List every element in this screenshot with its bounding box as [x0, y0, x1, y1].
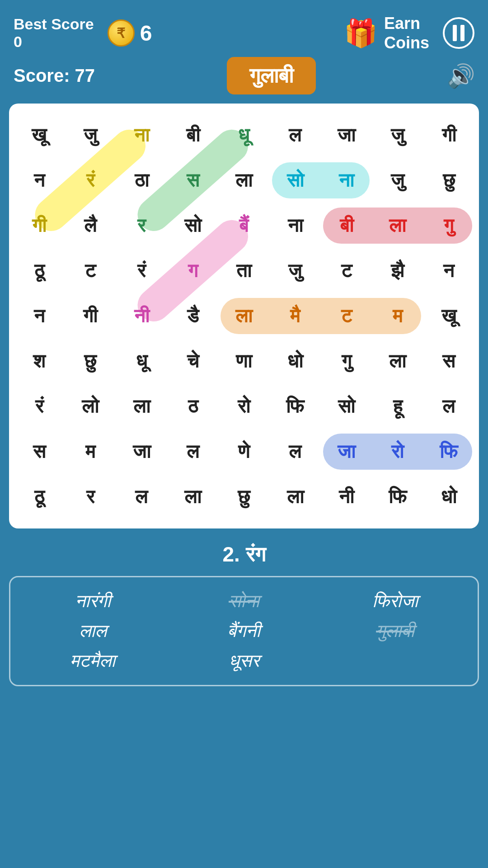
- table-row[interactable]: छु: [65, 339, 116, 384]
- table-row[interactable]: र: [116, 203, 167, 248]
- table-row[interactable]: ला: [372, 203, 423, 248]
- table-row[interactable]: रं: [65, 158, 116, 203]
- table-row[interactable]: ठू: [14, 248, 65, 293]
- best-score-value: 0: [14, 33, 22, 51]
- list-item[interactable]: धूसर: [171, 651, 318, 671]
- table-row[interactable]: जु: [270, 248, 321, 293]
- table-row[interactable]: ना: [270, 203, 321, 248]
- score-row: Score: 77 गुलाबी 🔊: [0, 57, 488, 104]
- table-row[interactable]: गु: [423, 203, 474, 248]
- table-row[interactable]: सो: [167, 203, 218, 248]
- table-row[interactable]: जा: [321, 429, 372, 474]
- grid: खूजुनाबीधूलजाजुगीनरंठासलासोनाजुछुगीलैरसो…: [14, 113, 474, 519]
- table-row[interactable]: म: [372, 293, 423, 339]
- table-row[interactable]: रं: [116, 248, 167, 293]
- table-row[interactable]: फि: [372, 474, 423, 519]
- table-row[interactable]: ल: [167, 429, 218, 474]
- table-row[interactable]: ठ: [167, 384, 218, 429]
- table-row[interactable]: ठू: [14, 474, 65, 519]
- table-row[interactable]: ल: [270, 113, 321, 158]
- table-row[interactable]: गी: [423, 113, 474, 158]
- table-row[interactable]: गी: [14, 203, 65, 248]
- table-row[interactable]: झै: [372, 248, 423, 293]
- table-row[interactable]: ट: [321, 293, 372, 339]
- earn-coins-button[interactable]: 🎁 EarnCoins: [344, 14, 429, 52]
- table-row[interactable]: रं: [14, 384, 65, 429]
- table-row[interactable]: बी: [167, 113, 218, 158]
- table-row[interactable]: फि: [270, 384, 321, 429]
- table-row[interactable]: स: [423, 339, 474, 384]
- table-row[interactable]: श: [14, 339, 65, 384]
- list-item[interactable]: फिरोजा: [322, 591, 469, 612]
- table-row[interactable]: जु: [372, 158, 423, 203]
- table-row[interactable]: खू: [14, 113, 65, 158]
- list-item[interactable]: नारंगी: [19, 591, 166, 612]
- rupee-coin-icon: ₹: [108, 19, 135, 47]
- list-item[interactable]: सोना: [171, 591, 318, 612]
- table-row[interactable]: ना: [321, 158, 372, 203]
- table-row[interactable]: गु: [321, 339, 372, 384]
- table-row[interactable]: धू: [116, 339, 167, 384]
- table-row[interactable]: जु: [65, 113, 116, 158]
- table-row[interactable]: डै: [167, 293, 218, 339]
- table-row[interactable]: छु: [218, 474, 269, 519]
- table-row[interactable]: म: [65, 429, 116, 474]
- table-row[interactable]: लै: [65, 203, 116, 248]
- list-item[interactable]: गुलाबी: [322, 621, 469, 642]
- table-row[interactable]: सो: [321, 384, 372, 429]
- coin-display: ₹ 6: [108, 19, 152, 47]
- table-row[interactable]: ला: [218, 158, 269, 203]
- list-item[interactable]: मटमैला: [19, 651, 166, 671]
- table-row[interactable]: नी: [116, 293, 167, 339]
- table-row[interactable]: न: [423, 248, 474, 293]
- table-row[interactable]: धू: [218, 113, 269, 158]
- table-row[interactable]: धो: [270, 339, 321, 384]
- table-row[interactable]: ता: [218, 248, 269, 293]
- table-row[interactable]: नी: [321, 474, 372, 519]
- table-row[interactable]: रो: [372, 429, 423, 474]
- table-row[interactable]: ट: [65, 248, 116, 293]
- table-row[interactable]: न: [14, 293, 65, 339]
- table-row[interactable]: ल: [270, 429, 321, 474]
- table-row[interactable]: धो: [423, 474, 474, 519]
- earn-coins-label: EarnCoins: [384, 14, 429, 52]
- table-row[interactable]: न: [14, 158, 65, 203]
- table-row[interactable]: हू: [372, 384, 423, 429]
- table-row[interactable]: ला: [372, 339, 423, 384]
- table-row[interactable]: ला: [167, 474, 218, 519]
- table-row[interactable]: लो: [65, 384, 116, 429]
- table-row[interactable]: बैं: [218, 203, 269, 248]
- list-item[interactable]: बैंगनी: [171, 621, 318, 642]
- table-row[interactable]: णा: [218, 339, 269, 384]
- table-row[interactable]: जा: [321, 113, 372, 158]
- table-row[interactable]: ल: [116, 474, 167, 519]
- best-score-label: Best Score: [14, 15, 94, 33]
- list-item[interactable]: लाल: [19, 621, 166, 642]
- table-row[interactable]: गी: [65, 293, 116, 339]
- table-row[interactable]: ठा: [116, 158, 167, 203]
- pause-button[interactable]: [443, 17, 474, 49]
- table-row[interactable]: णे: [218, 429, 269, 474]
- table-row[interactable]: फि: [423, 429, 474, 474]
- sound-button[interactable]: 🔊: [447, 62, 474, 90]
- table-row[interactable]: स: [14, 429, 65, 474]
- table-row[interactable]: ला: [218, 293, 269, 339]
- table-row[interactable]: खू: [423, 293, 474, 339]
- table-row[interactable]: रो: [218, 384, 269, 429]
- table-row[interactable]: स: [167, 158, 218, 203]
- table-row[interactable]: मै: [270, 293, 321, 339]
- table-row[interactable]: ग: [167, 248, 218, 293]
- table-row[interactable]: ला: [270, 474, 321, 519]
- table-row[interactable]: सो: [270, 158, 321, 203]
- table-row[interactable]: ट: [321, 248, 372, 293]
- table-row[interactable]: ला: [116, 384, 167, 429]
- table-row[interactable]: ल: [423, 384, 474, 429]
- table-row[interactable]: चे: [167, 339, 218, 384]
- table-row[interactable]: ना: [116, 113, 167, 158]
- table-row[interactable]: छु: [423, 158, 474, 203]
- table-row[interactable]: बी: [321, 203, 372, 248]
- table-row[interactable]: र: [65, 474, 116, 519]
- current-word-button[interactable]: गुलाबी: [227, 57, 316, 94]
- table-row[interactable]: जा: [116, 429, 167, 474]
- table-row[interactable]: जु: [372, 113, 423, 158]
